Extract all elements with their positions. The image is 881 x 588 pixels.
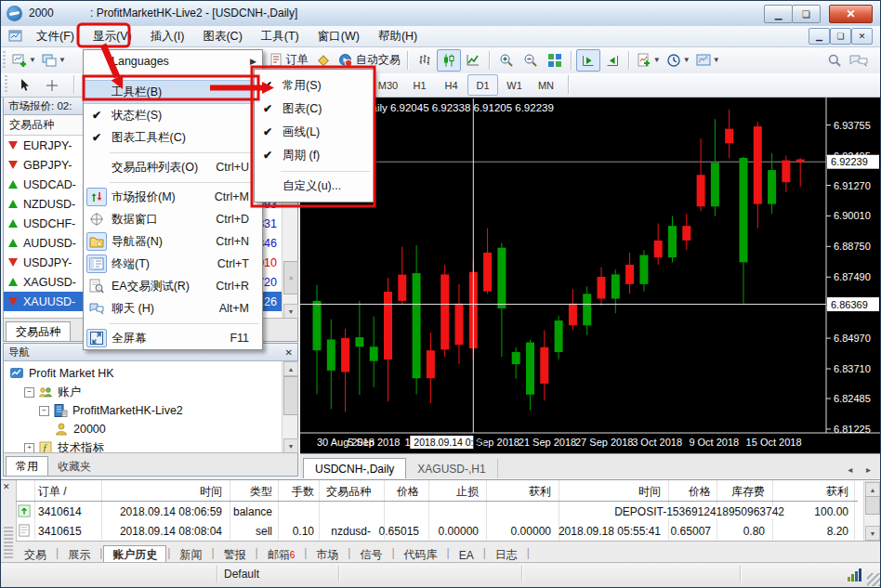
chart-tab-XAGUSD-,H1[interactable]: XAGUSD-,H1 xyxy=(406,459,497,478)
period-button-M30[interactable]: M30 xyxy=(373,74,403,96)
indicators-button[interactable]: ▼ xyxy=(634,49,664,72)
profiles-button[interactable]: ▼ xyxy=(39,49,69,72)
collapse-icon[interactable]: − xyxy=(24,387,34,398)
new-chart-icon xyxy=(12,53,27,68)
candle-body xyxy=(754,126,762,204)
title-bar[interactable]: 2000 : ProfitMarketHK-Live2 - [USDCNH-,D… xyxy=(1,1,880,27)
tree-item-20000[interactable]: 20000 xyxy=(4,420,297,438)
collapse-icon[interactable]: − xyxy=(39,406,49,416)
search-button[interactable] xyxy=(822,49,847,72)
tree-item-Profit Market HK[interactable]: Profit Market HK xyxy=(4,364,297,383)
menu-item-C[interactable]: 图表(C) xyxy=(193,27,251,46)
scroll-down-icon[interactable]: ▼ xyxy=(283,438,298,453)
menu-item-V[interactable]: 显示(V) xyxy=(84,27,141,46)
menu-item-市场报价(M)[interactable]: 市场报价(M)Ctrl+M xyxy=(84,186,262,208)
menu-item-EA交易测试(R)[interactable]: EA交易测试(R)Ctrl+R xyxy=(84,275,262,297)
new-chart-button[interactable]: ▼ xyxy=(9,49,39,72)
candle-body xyxy=(598,277,606,299)
chat-icon xyxy=(849,53,868,68)
chart-shift-button[interactable] xyxy=(600,49,625,72)
menu-item-F[interactable]: 文件(F) xyxy=(27,27,84,46)
tile-windows-button[interactable] xyxy=(543,49,567,72)
submenu-item-常用(S)[interactable]: ✔常用(S) xyxy=(255,74,374,98)
menu-item-交易品种列表(O)[interactable]: 交易品种列表(O)Ctrl+U xyxy=(84,156,262,178)
tree-item-ProfitMarketHK-Live2[interactable]: −ProfitMarketHK-Live2 xyxy=(4,401,297,420)
period-button-H4[interactable]: H4 xyxy=(436,74,467,96)
menu-item-I[interactable]: 插入(I) xyxy=(141,27,194,46)
auto-scroll-button[interactable] xyxy=(576,49,600,72)
metaeditor-button[interactable] xyxy=(311,49,335,72)
restore-button[interactable]: ❏ xyxy=(792,5,821,23)
autotrade-button[interactable]: 自动交易 xyxy=(335,49,403,72)
submenu-item-自定义(u)...[interactable]: 自定义(u)... xyxy=(255,175,374,198)
bar-chart-button[interactable] xyxy=(413,49,437,72)
periods-button[interactable]: ▼ xyxy=(664,49,693,72)
period-button-MN[interactable]: MN xyxy=(531,74,561,96)
menu-item-聊天 (H)[interactable]: 聊天 (H)Alt+M xyxy=(84,297,262,320)
menu-item-终端(T)[interactable]: 终端(T)Ctrl+T xyxy=(84,253,262,275)
market-watch-tab-symbols[interactable]: 交易品种 xyxy=(6,321,71,341)
candlestick-chart-button[interactable] xyxy=(437,49,461,72)
submenu-item-画线(L)[interactable]: ✔画线(L) xyxy=(255,121,374,144)
new-order-button[interactable]: 订单 xyxy=(266,49,311,72)
line-chart-button[interactable] xyxy=(461,49,485,72)
column-header-价格: 价格 xyxy=(397,484,419,500)
templates-button[interactable]: ▼ xyxy=(693,49,723,72)
close-icon[interactable]: ✕ xyxy=(285,347,293,358)
submenu-item-图表(C)[interactable]: ✔图表(C) xyxy=(255,98,374,121)
terminal-tab-账户历史[interactable]: 账户历史 xyxy=(103,545,166,564)
navigator-tab-收藏夹[interactable]: 收藏夹 xyxy=(48,457,100,476)
price-chart[interactable]: 6.937556.924956.912706.900106.887506.874… xyxy=(300,97,880,453)
submenu-item-周期 (f)[interactable]: ✔周期 (f) xyxy=(255,144,374,167)
chart-tab-scroll-arrows[interactable]: ◂ ▸ xyxy=(848,464,876,475)
scroll-down-icon[interactable]: ▼ xyxy=(865,526,880,541)
menu-item-状态栏(S)[interactable]: ✔状态栏(S) xyxy=(84,104,262,126)
cursor-button[interactable] xyxy=(12,74,36,97)
child-restore-button[interactable]: ❏ xyxy=(830,28,851,45)
close-button[interactable]: ✕ xyxy=(829,5,873,23)
column-header-类型: 类型 xyxy=(250,484,272,500)
menu-item-Languages[interactable]: Languages▶ xyxy=(84,50,262,72)
child-minimize-button[interactable]: ▁ xyxy=(809,28,830,45)
menu-item-工具栏(B)[interactable]: 工具栏(B) xyxy=(84,80,262,104)
candle-body xyxy=(384,292,392,359)
candlestick-chart-icon xyxy=(441,53,456,68)
profile-name[interactable]: Default xyxy=(224,568,259,581)
period-button-D1[interactable]: D1 xyxy=(467,74,498,96)
submenu-item-label: 自定义(u)... xyxy=(283,178,341,194)
zoom-out-button[interactable] xyxy=(519,49,543,72)
period-button-H1[interactable]: H1 xyxy=(404,74,435,96)
arrow-up-icon xyxy=(8,278,18,286)
crosshair-button[interactable] xyxy=(40,74,64,97)
scroll-up-icon[interactable]: ▲ xyxy=(865,482,880,497)
minimize-button[interactable]: ▁ xyxy=(764,5,793,23)
resize-grip[interactable] xyxy=(867,573,880,586)
menu-item-T[interactable]: 工具(T) xyxy=(252,27,309,46)
menu-item-H[interactable]: 帮助(H) xyxy=(369,27,427,46)
tree-item-账户[interactable]: −账户 xyxy=(4,383,297,401)
menu-item-W[interactable]: 窗口(W) xyxy=(309,27,369,46)
scroll-down-icon[interactable]: ▼ xyxy=(283,304,298,319)
cell-symbol: nzdusd- xyxy=(331,525,371,538)
expand-icon[interactable]: + xyxy=(24,443,34,453)
bar-chart-icon xyxy=(417,53,432,68)
menu-item-全屏幕[interactable]: 全屏幕F11 xyxy=(84,327,262,349)
navigator-tab-常用[interactable]: 常用 xyxy=(6,456,48,476)
menu-separator xyxy=(84,149,262,156)
header-separator xyxy=(16,501,858,502)
child-close-button[interactable]: ✕ xyxy=(851,28,873,45)
menu-item-导航器(N)[interactable]: 导航器(N)Ctrl+N xyxy=(84,230,262,253)
zoom-in-button[interactable] xyxy=(494,49,519,72)
close-icon[interactable]: ✕ xyxy=(3,482,10,491)
chart-tab-USDCNH-,Daily[interactable]: USDCNH-,Daily xyxy=(303,458,406,478)
menu-item-图表工具栏(C)[interactable]: ✔图表工具栏(C) xyxy=(84,126,262,149)
chart-window[interactable]: 6.937556.924956.912706.900106.887506.874… xyxy=(300,97,880,477)
period-button-W1[interactable]: W1 xyxy=(499,74,530,96)
candle-body xyxy=(313,301,322,350)
menu-item-数据窗口[interactable]: 数据窗口Ctrl+D xyxy=(84,208,262,230)
scroll-up-icon[interactable]: ▲ xyxy=(283,361,298,376)
chat-button[interactable] xyxy=(847,49,871,72)
terminal-scrollbar[interactable]: ▲ ▼ xyxy=(863,481,880,542)
navigator-scrollbar[interactable]: ▲ ▼ xyxy=(282,361,297,453)
arrow-down-icon xyxy=(8,297,18,306)
